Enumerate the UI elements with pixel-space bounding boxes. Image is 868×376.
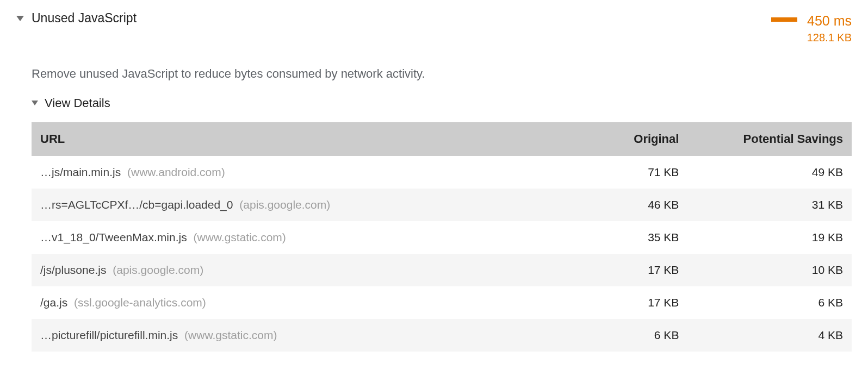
url-host: (apis.google.com): [113, 264, 203, 276]
cell-savings: 49 KB: [687, 156, 852, 189]
metrics-text: 450 ms 128.1 KB: [807, 12, 852, 45]
cell-savings: 31 KB: [687, 189, 852, 221]
url-path: …v1_18_0/TweenMax.min.js: [40, 231, 187, 243]
table-header-row: URL Original Potential Savings: [32, 122, 852, 156]
column-header-url[interactable]: URL: [32, 122, 556, 156]
audit-description: Remove unused JavaScript to reduce bytes…: [32, 67, 852, 81]
cell-url[interactable]: …v1_18_0/TweenMax.min.js (www.gstatic.co…: [32, 221, 556, 254]
cell-original: 17 KB: [556, 286, 687, 319]
column-header-original[interactable]: Original: [556, 122, 687, 156]
details-toggle[interactable]: View Details: [32, 96, 852, 110]
url-host: (www.gstatic.com): [193, 231, 286, 243]
cell-url[interactable]: …picturefill/picturefill.min.js (www.gst…: [32, 319, 556, 352]
url-path: …picturefill/picturefill.min.js: [40, 329, 178, 341]
details-table: URL Original Potential Savings …js/main.…: [32, 122, 852, 352]
table-row: …rs=AGLTcCPXf…/cb=gapi.loaded_0 (apis.go…: [32, 189, 852, 221]
cell-savings: 6 KB: [687, 286, 852, 319]
cell-url[interactable]: /js/plusone.js (apis.google.com): [32, 254, 556, 286]
metric-size: 128.1 KB: [807, 30, 852, 45]
cell-savings: 19 KB: [687, 221, 852, 254]
cell-savings: 10 KB: [687, 254, 852, 286]
url-host: (www.android.com): [127, 166, 225, 178]
details-label: View Details: [45, 96, 110, 110]
table-row: /js/plusone.js (apis.google.com)17 KB10 …: [32, 254, 852, 286]
table-row: …picturefill/picturefill.min.js (www.gst…: [32, 319, 852, 352]
cell-original: 71 KB: [556, 156, 687, 189]
audit-header: Unused JavaScript 450 ms 128.1 KB: [16, 11, 852, 45]
url-path: …rs=AGLTcCPXf…/cb=gapi.loaded_0: [40, 198, 233, 211]
score-bar: [771, 17, 797, 22]
cell-url[interactable]: …js/main.min.js (www.android.com): [32, 156, 556, 189]
metric-time: 450 ms: [807, 12, 852, 30]
cell-original: 46 KB: [556, 189, 687, 221]
url-path: /js/plusone.js: [40, 264, 106, 276]
cell-savings: 4 KB: [687, 319, 852, 352]
cell-url[interactable]: /ga.js (ssl.google-analytics.com): [32, 286, 556, 319]
chevron-down-icon: [32, 101, 38, 105]
cell-url[interactable]: …rs=AGLTcCPXf…/cb=gapi.loaded_0 (apis.go…: [32, 189, 556, 221]
audit-title-block: Unused JavaScript: [32, 11, 764, 26]
column-header-savings[interactable]: Potential Savings: [687, 122, 852, 156]
audit-body: Remove unused JavaScript to reduce bytes…: [32, 67, 852, 352]
url-host: (apis.google.com): [239, 198, 330, 211]
cell-original: 17 KB: [556, 254, 687, 286]
cell-original: 35 KB: [556, 221, 687, 254]
cell-original: 6 KB: [556, 319, 687, 352]
table-row: …js/main.min.js (www.android.com)71 KB49…: [32, 156, 852, 189]
audit-metrics: 450 ms 128.1 KB: [771, 12, 852, 45]
url-host: (www.gstatic.com): [184, 329, 277, 341]
table-row: …v1_18_0/TweenMax.min.js (www.gstatic.co…: [32, 221, 852, 254]
chevron-down-icon[interactable]: [16, 16, 24, 21]
url-path: /ga.js: [40, 296, 67, 309]
url-path: …js/main.min.js: [40, 166, 121, 178]
url-host: (ssl.google-analytics.com): [74, 296, 206, 309]
table-row: /ga.js (ssl.google-analytics.com)17 KB6 …: [32, 286, 852, 319]
audit-title: Unused JavaScript: [32, 11, 764, 26]
